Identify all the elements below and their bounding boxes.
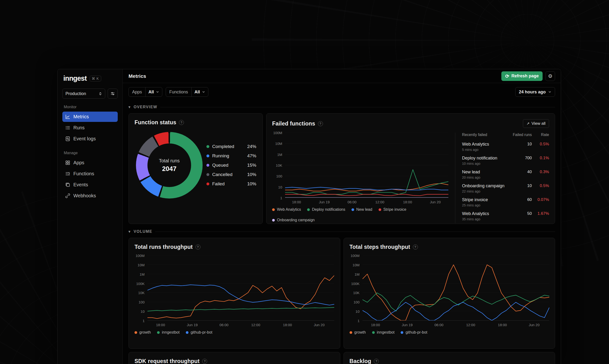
functions-filter-value: All (194, 90, 200, 95)
refresh-icon: ⟳ (505, 74, 509, 78)
info-icon[interactable]: ? (202, 359, 207, 364)
x-axis-labels: 18:00Jun 1906:0012:0018:00Jun 20 (285, 198, 448, 205)
inngest-app-window: inngest ⌘ K Production Monitor Metrics R… (57, 69, 561, 364)
page-title: Metrics (128, 73, 146, 79)
chart-plot-area (362, 256, 549, 321)
sidebar-item-event-logs[interactable]: Event logs (62, 134, 118, 144)
sidebar: inngest ⌘ K Production Monitor Metrics R… (57, 69, 123, 364)
legend-item: inngestbot (372, 330, 395, 335)
volume-section-label: VOLUME (134, 229, 152, 234)
legend-item: Completed 24% (207, 144, 256, 149)
section-divider (160, 107, 555, 107)
legend-dot (372, 331, 375, 334)
card-title: Function status (135, 119, 176, 126)
info-icon[interactable]: ? (413, 245, 418, 249)
legend-item: Onboarding campaign (272, 218, 315, 222)
apps-icon (65, 160, 70, 165)
sidebar-item-label: Runs (73, 125, 85, 130)
legend-item: New lead (351, 207, 372, 212)
apps-filter-value: All (148, 90, 154, 95)
function-status-card: Function status ? Total runs 2047 (128, 113, 263, 224)
legend-dot (207, 155, 209, 157)
sidebar-item-runs[interactable]: Runs (62, 123, 118, 133)
card-title: Failed functions (272, 120, 315, 127)
sidebar-item-apps[interactable]: Apps (62, 157, 118, 168)
legend-dot (272, 219, 275, 221)
nav-section-manage: Manage (64, 151, 116, 155)
refresh-page-label: Refresh page (512, 74, 539, 78)
failed-functions-card: Failed functions ? ↗ View all 100M10M1M1… (266, 113, 555, 224)
legend-item: Running 47% (207, 153, 256, 158)
environment-selector[interactable]: Production (62, 89, 105, 99)
sidebar-item-label: Functions (73, 171, 94, 177)
chevron-down-icon (202, 90, 205, 94)
volume-section-toggle[interactable]: ▾ VOLUME (128, 225, 555, 238)
sidebar-item-metrics[interactable]: Metrics (62, 112, 118, 122)
table-row[interactable]: Web Analytics5 mins ago 10 0.5% (462, 140, 549, 154)
card-title: Total steps throughput (350, 244, 410, 250)
function-status-legend: Completed 24% Running 47% Queued (207, 140, 256, 191)
table-row[interactable]: New lead20 mins ago 40 0.3% (462, 168, 549, 182)
settings-button[interactable]: ⚙ (545, 71, 555, 81)
legend-dot (135, 331, 137, 334)
view-all-button[interactable]: ↗ View all (523, 119, 549, 128)
logo-row: inngest ⌘ K (62, 75, 118, 82)
environment-filter-button[interactable] (108, 89, 118, 99)
legend-item: growth (350, 330, 366, 335)
x-axis-labels: 18:00Jun 1906:0012:0018:00Jun 20 (147, 321, 334, 328)
sidebar-item-label: Webhooks (73, 193, 96, 198)
sidebar-item-label: Metrics (73, 114, 89, 119)
top-bar: Metrics ⟳ Refresh page ⚙ (123, 69, 561, 83)
info-icon[interactable]: ? (179, 120, 184, 125)
sidebar-item-webhooks[interactable]: Webhooks (62, 191, 118, 201)
legend-dot (207, 173, 209, 176)
apps-filter[interactable]: Apps All (128, 87, 162, 97)
functions-filter[interactable]: Functions All (166, 87, 208, 97)
total-runs-throughput-chart: 100M10M1M100K10K100101 18:00Jun 1906:001… (135, 256, 334, 335)
legend-dot (272, 208, 275, 211)
functions-filter-label: Functions (166, 87, 192, 96)
sidebar-item-events[interactable]: Events (62, 180, 118, 190)
legend-dot (350, 331, 352, 334)
chart-plot-area (147, 256, 334, 321)
chevron-down-icon (156, 90, 159, 94)
table-row[interactable]: Onboarding campaign22 mins ago 10 0.5% (462, 182, 549, 195)
time-range-selector[interactable]: 24 hours ago (515, 87, 555, 97)
card-title: SDK request throughput (135, 358, 199, 364)
info-icon[interactable]: ? (374, 359, 379, 364)
total-steps-throughput-chart: 100M10M1M100K10K100101 18:00Jun 1906:001… (350, 256, 549, 335)
metrics-icon (65, 114, 70, 119)
inngest-logo: inngest (63, 75, 87, 82)
table-row[interactable]: Deploy notification10 mins ago 700 0.1% (462, 154, 549, 168)
info-icon[interactable]: ? (318, 121, 323, 126)
apps-filter-label: Apps (129, 87, 146, 96)
legend-item: Queued 15% (207, 163, 256, 168)
y-axis-labels: 100M10M1M10K100101 (272, 133, 285, 198)
failed-functions-chart: 100M10M1M10K100101 18:00Jun 1906:0012:00… (272, 133, 448, 223)
chevron-updown-icon (98, 92, 102, 96)
donut-center-label: Total runs (159, 158, 180, 164)
legend-item: Web Analytics (272, 207, 301, 212)
webhooks-icon (65, 193, 70, 198)
table-row[interactable]: Stripe invoice25 mins ago 60 0.07% (462, 195, 549, 209)
sidebar-item-label: Events (73, 182, 88, 187)
refresh-page-button[interactable]: ⟳ Refresh page (501, 71, 543, 81)
y-axis-labels: 100M10M1M100K10K100101 (350, 256, 362, 321)
info-icon[interactable]: ? (195, 245, 200, 249)
main-area: Metrics ⟳ Refresh page ⚙ Apps All Functi… (123, 69, 561, 364)
chart-legend: Web AnalyticsDeploy notificationsNew lea… (272, 207, 448, 222)
legend-item: Stripe invoice (379, 207, 406, 212)
sliders-icon (111, 91, 115, 96)
legend-item: inngestbot (157, 330, 180, 335)
function-status-donut: Total runs 2047 (136, 132, 203, 198)
overview-section-toggle[interactable]: ▾ OVERVIEW (128, 101, 555, 113)
chart-legend: growthinngestbotgithub-pr-bot (350, 330, 549, 335)
legend-item: github-pr-bot (186, 330, 212, 335)
sidebar-item-functions[interactable]: Functions (62, 169, 118, 179)
caret-down-icon: ▾ (128, 105, 131, 109)
table-row[interactable]: Web Analytics35 mins ago 50 1.67% (462, 209, 549, 223)
table-header: Recently failed Failed runs Rate (462, 133, 549, 140)
legend-dot (351, 208, 354, 211)
legend-dot (207, 182, 209, 185)
sidebar-item-label: Apps (73, 160, 84, 166)
